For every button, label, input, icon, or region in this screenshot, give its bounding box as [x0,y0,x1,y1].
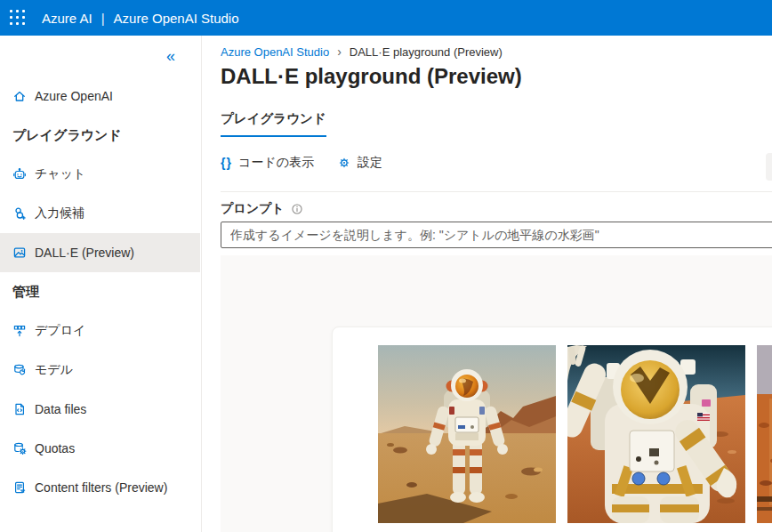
sidebar-section-manage: 管理 [0,272,200,311]
main-content: Azure OpenAI Studio › DALL·E playground … [203,36,772,532]
prompt-label: プロンプト [221,201,285,217]
brand-openai-studio[interactable]: Azure OpenAI Studio [114,11,239,26]
sidebar-item-label: Azure OpenAI [35,89,113,103]
home-icon [12,89,27,103]
astronaut-mars-illustration-3 [757,345,772,523]
prompt-label-row: プロンプト [221,201,303,217]
sidebar-item-label: Data files [35,402,86,416]
toolbar-divider [221,191,772,192]
sidebar-item-azure-openai[interactable]: Azure OpenAI [0,77,200,116]
sidebar-nav: « Azure OpenAI プレイグラウンド チャット [0,36,202,532]
generated-image-astronaut-closeup[interactable] [567,345,745,523]
code-braces-icon: {} [221,156,232,170]
generated-image-astronaut-full-body[interactable] [378,345,556,523]
deployments-icon [12,324,27,338]
settings-button[interactable]: 設定 [337,155,382,171]
breadcrumb-root-link[interactable]: Azure OpenAI Studio [221,45,329,59]
breadcrumb: Azure OpenAI Studio › DALL·E playground … [221,44,503,59]
clipped-edge-button[interactable] [766,153,772,181]
dalle-playground-page: Azure AI | Azure OpenAI Studio « Azure O… [0,0,772,532]
astronaut-mars-illustration-2 [567,345,745,523]
sidebar-item-label: デプロイ [35,323,85,339]
data-files-icon [12,402,27,416]
sidebar-item-content-filters[interactable]: Content filters (Preview) [0,468,200,507]
chat-bot-icon [12,167,27,181]
top-app-bar: Azure AI | Azure OpenAI Studio [0,0,772,36]
sidebar-item-label: Quotas [35,441,75,455]
breadcrumb-separator-icon: › [337,44,342,59]
app-launcher-icon[interactable] [10,10,27,27]
brand-azure-ai[interactable]: Azure AI [42,11,92,26]
info-icon[interactable] [291,203,303,215]
sidebar-item-quotas[interactable]: Quotas [0,429,200,468]
sidebar-item-label: Content filters (Preview) [35,480,167,495]
view-code-label: コードの表示 [238,155,314,171]
view-code-button[interactable]: {} コードの表示 [221,155,314,171]
sidebar-item-dalle[interactable]: DALL·E (Preview) [0,233,200,272]
quotas-icon [12,441,27,455]
models-icon [12,363,27,377]
sidebar-section-playground: プレイグラウンド [0,116,200,155]
sidebar-item-completions[interactable]: 入力候補 [0,194,200,233]
sidebar-item-deployments[interactable]: デプロイ [0,311,200,351]
sidebar-collapse-button[interactable]: « [166,48,175,64]
sidebar-item-chat[interactable]: チャット [0,155,200,194]
settings-label: 設定 [358,155,382,171]
brand-separator: | [101,11,105,26]
tab-bar: プレイグラウンド [221,110,326,137]
prompt-input[interactable] [221,222,772,248]
image-icon [12,246,27,260]
completions-icon [12,206,27,221]
sidebar-item-models[interactable]: モデル [0,351,200,390]
sidebar-item-label: チャット [35,166,85,182]
brand-titles: Azure AI | Azure OpenAI Studio [42,11,239,26]
sidebar-item-label: DALL·E (Preview) [35,246,134,260]
tab-playground[interactable]: プレイグラウンド [221,110,326,137]
generated-image-partial[interactable] [757,345,772,523]
sidebar-item-data-files[interactable]: Data files [0,390,200,429]
page-title: DALL·E playground (Preview) [221,64,522,89]
sidebar-item-label: 入力候補 [35,206,84,222]
breadcrumb-current: DALL·E playground (Preview) [350,45,503,59]
astronaut-mars-illustration-1 [378,345,556,523]
sidebar-item-label: モデル [35,362,73,378]
content-filters-icon [12,480,27,495]
playground-toolbar: {} コードの表示 設定 [221,155,382,171]
gear-icon [337,156,351,170]
